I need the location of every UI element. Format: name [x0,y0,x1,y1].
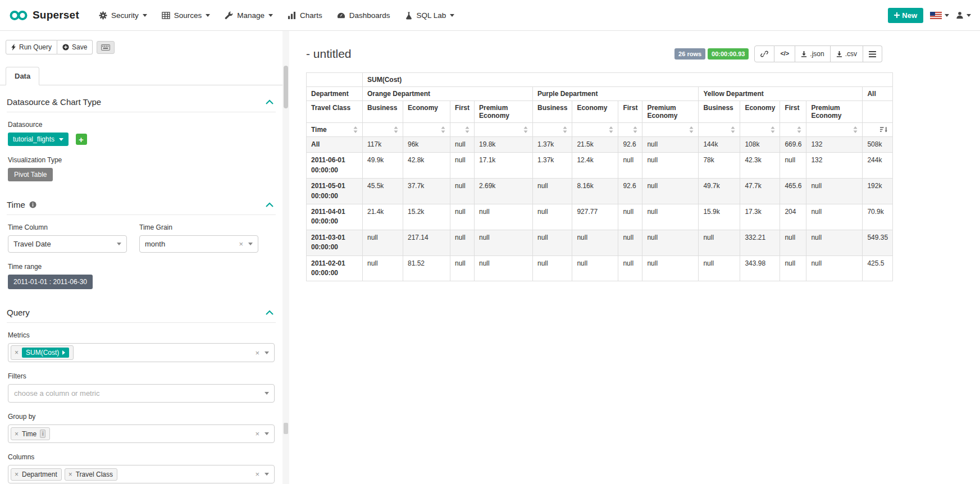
time-range-button[interactable]: 2011-01-01 : 2011-06-30 [8,275,93,289]
column-sort-header[interactable] [806,123,863,137]
export-csv-button[interactable]: .csv [831,45,863,62]
export-json-button[interactable]: .json [795,45,830,62]
viz-type-control: Visualization Type Pivot Table [8,156,275,181]
pivot-value-cell: null [699,230,740,255]
viz-type-select[interactable]: Pivot Table [8,168,53,181]
metric-chip[interactable]: × SUM(Cost) [11,345,74,360]
nav-item-sources[interactable]: Sources [154,0,218,30]
pivot-value-cell: 108k [740,137,780,153]
tab-data[interactable]: Data [6,67,39,85]
pivot-value-cell: 465.6 [780,179,806,204]
pivot-sort-row: Time [307,123,893,137]
add-datasource-button[interactable]: + [76,134,87,145]
metrics-select[interactable]: × SUM(Cost) × [8,343,275,362]
language-selector[interactable] [930,12,949,19]
column-sort-header[interactable] [740,123,780,137]
nav-item-label: Sources [174,11,202,20]
remove-chip-icon[interactable]: × [69,471,72,478]
pivot-value-cell: 192k [863,179,893,204]
filters-select[interactable]: choose a column or metric [8,384,275,403]
column-sort-header[interactable] [533,123,572,137]
info-icon[interactable] [29,201,37,208]
department-row-label: Department [307,87,363,101]
pivot-value-cell: null [450,230,475,255]
pivot-value-cell: null [533,204,572,230]
pivot-value-cell: null [618,230,642,255]
export-csv-label: .csv [845,50,857,58]
scrollbar-thumb[interactable] [284,66,288,108]
section-time: Time Time Column Travel Date Time G [7,196,276,289]
nav-item-dashboards[interactable]: Dashboards [330,0,398,30]
run-query-button[interactable]: Run Query [6,40,57,54]
clear-icon[interactable]: × [255,471,259,478]
nav-item-security[interactable]: Security [92,0,154,30]
column-sort-header[interactable] [780,123,806,137]
chevron-down-icon [265,351,269,354]
keyboard-shortcuts-button[interactable] [97,41,115,54]
save-button[interactable]: Save [57,40,93,54]
pivot-value-cell: 45.5k [363,179,403,204]
pivot-value-cell: null [806,179,863,204]
chevron-down-icon [265,473,269,476]
travel-class-header: Business [699,101,740,123]
column-chip[interactable]: × Travel Class [65,468,117,481]
chevron-down-icon [59,138,63,141]
dashboard-icon [337,11,345,20]
time-range-control: Time range 2011-01-01 : 2011-06-30 [8,263,275,289]
all-sort-header[interactable] [863,123,893,137]
travel-class-header: Economy [403,101,450,123]
chevron-down-icon [265,432,269,435]
datasource-value: tutorial_flights [13,135,54,143]
section-time-header[interactable]: Time [7,196,276,215]
columns-select[interactable]: × Department × Travel Class × [8,465,275,483]
column-sort-header[interactable] [618,123,642,137]
column-sort-header[interactable] [572,123,618,137]
remove-chip-icon[interactable]: × [15,471,19,478]
panel-scrollbar[interactable] [282,31,289,484]
pivot-data-row: All117k96knull19.8k1.37k21.5k92.6null144… [307,137,893,153]
datasource-select[interactable]: tutorial_flights [8,133,69,146]
navbar-right: New [888,8,971,23]
hamburger-icon [869,51,876,57]
share-link-button[interactable] [754,45,774,62]
column-sort-header[interactable] [403,123,450,137]
nav-item-manage[interactable]: Manage [217,0,280,30]
scrollbar-end-block[interactable] [284,423,288,434]
travel-class-header: Premium Economy [806,101,863,123]
time-grain-select[interactable]: month × [139,235,258,253]
nav-item-sql-lab[interactable]: SQL Lab [398,0,462,30]
chevron-down-icon [206,14,210,17]
new-button[interactable]: New [888,8,923,23]
time-grain-label: Time Grain [139,223,258,231]
embed-code-button[interactable]: </> [774,45,795,62]
section-query-header[interactable]: Query [7,304,276,323]
column-sort-header[interactable] [699,123,740,137]
section-title: Query [7,308,30,317]
info-icon[interactable]: i [40,430,45,438]
column-sort-header[interactable] [475,123,533,137]
clear-icon[interactable]: × [255,430,259,437]
nav-item-label: Manage [237,11,265,20]
groupby-select[interactable]: × Time i × [8,424,275,443]
superset-logo[interactable]: Superset [9,9,79,21]
groupby-chip[interactable]: × Time i [11,427,50,440]
remove-chip-icon[interactable]: × [15,431,19,437]
nav-item-charts[interactable]: Charts [280,0,330,30]
column-chip[interactable]: × Department [11,468,62,481]
metric-chip-inner[interactable]: SUM(Cost) [22,348,69,358]
chart-menu-button[interactable] [863,45,882,62]
user-menu[interactable] [956,11,971,19]
column-sort-header[interactable] [642,123,699,137]
remove-metric-icon[interactable]: × [15,349,19,356]
column-sort-header[interactable] [450,123,475,137]
time-sort-header[interactable]: Time [307,123,363,137]
plus-circle-icon [62,44,69,51]
clear-icon[interactable]: × [255,349,259,357]
clear-icon[interactable]: × [239,240,243,248]
columns-label: Columns [8,453,275,461]
pivot-value-cell: null [450,137,475,153]
column-sort-header[interactable] [363,123,403,137]
row-time-label: 2011-05-01 00:00:00 [307,179,363,204]
time-column-select[interactable]: Travel Date [8,235,127,253]
section-datasource-header[interactable]: Datasource & Chart Type [7,93,276,112]
